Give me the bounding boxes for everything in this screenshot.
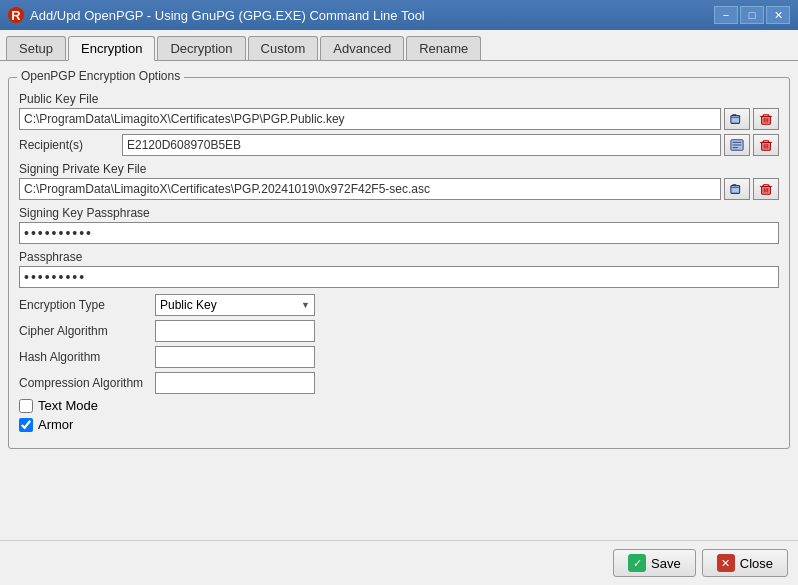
public-key-file-label: Public Key File [19,92,779,106]
main-window: Setup Encryption Decryption Custom Advan… [0,30,798,585]
tab-custom[interactable]: Custom [248,36,319,60]
signing-key-label: Signing Private Key File [19,162,779,176]
window-title: Add/Upd OpenPGP - Using GnuPG (GPG.EXE) … [30,8,425,23]
save-icon: ✓ [628,554,646,572]
tab-rename[interactable]: Rename [406,36,481,60]
recipients-input[interactable] [122,134,721,156]
app-icon: R [8,7,24,23]
close-icon: ✕ [717,554,735,572]
cipher-algorithm-label: Cipher Algorithm [19,324,149,338]
signing-passphrase-label: Signing Key Passphrase [19,206,779,220]
recipients-label: Recipient(s) [19,138,119,152]
cipher-algorithm-input[interactable] [155,320,315,342]
group-box-title: OpenPGP Encryption Options [17,69,184,83]
recipients-row: Recipient(s) [19,134,779,156]
signing-key-row [19,178,779,200]
tab-encryption[interactable]: Encryption [68,36,155,61]
signing-key-delete-button[interactable] [753,178,779,200]
encryption-type-select[interactable]: Public Key Symmetric None [155,294,315,316]
armor-label: Armor [38,417,73,432]
public-key-delete-button[interactable] [753,108,779,130]
group-box-encryption: OpenPGP Encryption Options Public Key Fi… [8,77,790,449]
minimize-button[interactable]: − [714,6,738,24]
window-close-button[interactable]: ✕ [766,6,790,24]
text-mode-checkbox[interactable] [19,399,33,413]
signing-key-input[interactable] [19,178,721,200]
hash-algorithm-label: Hash Algorithm [19,350,149,364]
recipients-select-button[interactable] [724,134,750,156]
cipher-algorithm-row: Cipher Algorithm [19,320,779,342]
close-button[interactable]: ✕ Close [702,549,788,577]
maximize-button[interactable]: □ [740,6,764,24]
public-key-file-row [19,108,779,130]
svg-rect-4 [731,186,740,194]
footer: ✓ Save ✕ Close [0,540,798,585]
encryption-type-wrapper: Public Key Symmetric None [155,294,315,316]
public-key-browse-button[interactable] [724,108,750,130]
title-bar: R Add/Upd OpenPGP - Using GnuPG (GPG.EXE… [0,0,798,30]
save-button[interactable]: ✓ Save [613,549,696,577]
text-mode-label: Text Mode [38,398,98,413]
signing-key-browse-button[interactable] [724,178,750,200]
text-mode-row: Text Mode [19,398,779,413]
tab-bar: Setup Encryption Decryption Custom Advan… [0,30,798,61]
recipients-delete-button[interactable] [753,134,779,156]
tab-decryption[interactable]: Decryption [157,36,245,60]
save-label: Save [651,556,681,571]
svg-rect-0 [731,116,740,124]
public-key-file-input[interactable] [19,108,721,130]
tab-advanced[interactable]: Advanced [320,36,404,60]
passphrase-input[interactable] [19,266,779,288]
compression-algorithm-input[interactable] [155,372,315,394]
armor-checkbox[interactable] [19,418,33,432]
hash-algorithm-row: Hash Algorithm [19,346,779,368]
signing-passphrase-input[interactable] [19,222,779,244]
tab-setup[interactable]: Setup [6,36,66,60]
content-area: OpenPGP Encryption Options Public Key Fi… [0,61,798,540]
compression-algorithm-row: Compression Algorithm [19,372,779,394]
encryption-type-label: Encryption Type [19,298,149,312]
encryption-type-row: Encryption Type Public Key Symmetric Non… [19,294,779,316]
armor-row: Armor [19,417,779,432]
hash-algorithm-input[interactable] [155,346,315,368]
close-label: Close [740,556,773,571]
compression-algorithm-label: Compression Algorithm [19,376,149,390]
passphrase-label: Passphrase [19,250,779,264]
